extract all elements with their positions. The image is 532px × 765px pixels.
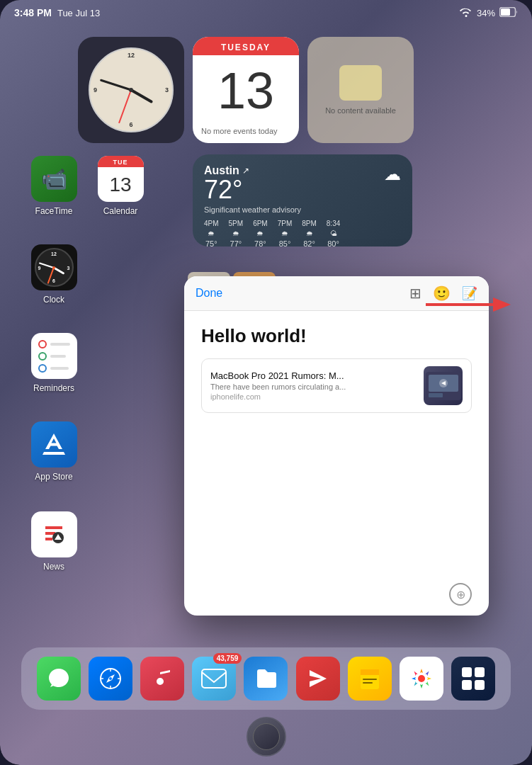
dock-photos-icon[interactable] bbox=[400, 657, 443, 701]
weather-hour-2: 5PM 🌧 77° bbox=[229, 220, 244, 248]
weather-widget-container: Austin ↗ 72° ☁ Significant weather advis… bbox=[193, 154, 412, 246]
hour-temp-5: 82° bbox=[303, 239, 315, 248]
svg-point-10 bbox=[109, 677, 112, 680]
app-appstore-container[interactable]: App Store bbox=[26, 421, 82, 482]
hour-time-5: 8PM bbox=[302, 220, 317, 227]
dock-music-container[interactable] bbox=[140, 657, 184, 701]
app-reminders-container[interactable]: Reminders bbox=[26, 333, 82, 393]
dock-mail-badge: 43,759 bbox=[213, 653, 242, 664]
notes-footer: ⊕ bbox=[184, 573, 489, 616]
hour-time-6: 8:34 bbox=[327, 220, 340, 227]
status-bar: 3:48 PM Tue Jul 13 34% bbox=[0, 0, 532, 26]
dock-music-icon[interactable] bbox=[140, 657, 184, 701]
hour-time-2: 5PM bbox=[229, 220, 244, 227]
dock-notes-container[interactable] bbox=[348, 657, 392, 701]
widget-row-1: 12 3 6 9 TUESDAY 13 No more events today… bbox=[78, 37, 414, 143]
battery-icon bbox=[499, 7, 518, 19]
hour-temp-3: 78° bbox=[254, 239, 266, 248]
status-right: 34% bbox=[460, 7, 518, 19]
dock-messages-container[interactable] bbox=[37, 657, 81, 701]
notes-link-text: MacBook Pro 2021 Rumors: M... There have… bbox=[210, 370, 415, 401]
dock-direct-icon[interactable] bbox=[296, 657, 340, 701]
notes-link-preview[interactable]: MacBook Pro 2021 Rumors: M... There have… bbox=[201, 358, 472, 413]
accessibility-icon[interactable]: ⊕ bbox=[449, 583, 472, 606]
app-appstore-icon[interactable] bbox=[31, 421, 77, 468]
hour-icon-6: 🌤 bbox=[330, 230, 337, 237]
dock: 43,759 bbox=[21, 647, 511, 710]
status-time: 3:48 PM bbox=[14, 7, 52, 18]
location-arrow-icon: ↗ bbox=[242, 166, 249, 176]
dock-safari-icon[interactable] bbox=[89, 657, 132, 701]
wifi-icon bbox=[460, 7, 472, 19]
weather-hourly: 4PM 🌧 75° 5PM 🌧 77° 6PM 🌧 78° 7PM 🌧 bbox=[204, 220, 401, 248]
notes-link-desc: There have been rumors circulating a... bbox=[210, 382, 415, 391]
app-calendar-icon[interactable]: TUE 13 bbox=[98, 156, 144, 202]
app-news-icon[interactable] bbox=[31, 511, 77, 557]
dock-appstore2-container[interactable] bbox=[451, 657, 495, 701]
clock-face: 12 3 6 9 bbox=[89, 47, 174, 132]
home-button[interactable] bbox=[247, 717, 286, 756]
notes-done-button[interactable]: Done bbox=[196, 287, 222, 300]
reminders-dots bbox=[33, 334, 76, 378]
clock-widget[interactable]: 12 3 6 9 bbox=[78, 37, 184, 143]
grid-icon[interactable]: ⊞ bbox=[409, 285, 421, 302]
app-reminders-icon[interactable] bbox=[31, 333, 77, 379]
dock-photos-container[interactable] bbox=[400, 657, 443, 701]
calendar-widget-month: TUESDAY bbox=[193, 37, 299, 55]
hour-temp-1: 75° bbox=[205, 239, 217, 248]
dock-mail-container[interactable]: 43,759 bbox=[192, 657, 236, 701]
calendar-widget[interactable]: TUESDAY 13 No more events today bbox=[193, 37, 299, 143]
ipad-frame: 3:48 PM Tue Jul 13 34% bbox=[0, 0, 532, 765]
app-facetime-container[interactable]: 📹 FaceTime bbox=[26, 156, 82, 216]
dock-files-container[interactable] bbox=[244, 657, 288, 701]
clock-second-hand bbox=[118, 90, 132, 124]
notes-title: Hello world! bbox=[201, 325, 472, 347]
calendar-event-text: No more events today bbox=[193, 126, 299, 143]
hour-icon-3: 🌧 bbox=[256, 230, 264, 237]
dock-notes-icon[interactable] bbox=[348, 657, 392, 701]
weather-hour-3: 6PM 🌧 78° bbox=[253, 220, 268, 248]
hour-icon-1: 🌧 bbox=[208, 230, 215, 237]
notes-popup: Done ⊞ 🙂 📝 Hello world! MacBook Pro 2021… bbox=[184, 276, 489, 616]
notes-widget[interactable]: No content available bbox=[307, 37, 414, 143]
svg-rect-17 bbox=[475, 680, 485, 690]
notes-link-thumbnail bbox=[424, 366, 463, 405]
hour-icon-5: 🌧 bbox=[306, 230, 313, 237]
app-news-container[interactable]: News bbox=[26, 511, 82, 572]
dock-direct-container[interactable] bbox=[296, 657, 340, 701]
notes-widget-text: No content available bbox=[318, 106, 403, 115]
hour-icon-4: 🌧 bbox=[281, 230, 288, 237]
app-calendar-container[interactable]: TUE 13 Calendar bbox=[92, 156, 149, 216]
app-clock-icon[interactable]: 12 3 6 9 bbox=[31, 244, 77, 290]
svg-rect-16 bbox=[462, 680, 472, 690]
clock-minute-hand bbox=[100, 79, 132, 91]
app-calendar-label: Calendar bbox=[103, 206, 138, 216]
dock-appstore2-icon[interactable] bbox=[451, 657, 495, 701]
app-calendar-day: 13 bbox=[109, 167, 131, 202]
app-clock-container[interactable]: 12 3 6 9 Clock bbox=[26, 244, 82, 305]
hour-time-4: 7PM bbox=[278, 220, 293, 227]
dock-safari-container[interactable] bbox=[89, 657, 132, 701]
weather-hour-6: 8:34 🌤 80° bbox=[327, 220, 340, 248]
calendar-widget-day: 13 bbox=[193, 55, 299, 126]
weather-hour-1: 4PM 🌧 75° bbox=[204, 220, 219, 248]
hour-temp-2: 77° bbox=[230, 239, 242, 248]
weather-temp: 72° bbox=[204, 177, 249, 203]
app-facetime-icon[interactable]: 📹 bbox=[31, 156, 77, 202]
dock-messages-icon[interactable] bbox=[37, 657, 81, 701]
clock-center bbox=[129, 88, 133, 92]
battery-percentage: 34% bbox=[477, 8, 495, 18]
app-facetime-label: FaceTime bbox=[35, 206, 73, 216]
weather-widget[interactable]: Austin ↗ 72° ☁ Significant weather advis… bbox=[193, 154, 412, 246]
dock-files-icon[interactable] bbox=[244, 657, 288, 701]
notes-link-domain: iphonelife.com bbox=[210, 392, 415, 401]
red-arrow bbox=[426, 294, 511, 315]
hour-time-3: 6PM bbox=[253, 220, 268, 227]
weather-top: Austin ↗ 72° ☁ bbox=[204, 164, 401, 204]
weather-cloud-icon: ☁ bbox=[384, 164, 401, 184]
app-clock-label: Clock bbox=[43, 295, 64, 305]
hour-temp-6: 80° bbox=[327, 239, 339, 248]
small-clock-center bbox=[52, 266, 55, 269]
svg-point-13 bbox=[418, 675, 425, 682]
svg-rect-1 bbox=[501, 8, 510, 16]
